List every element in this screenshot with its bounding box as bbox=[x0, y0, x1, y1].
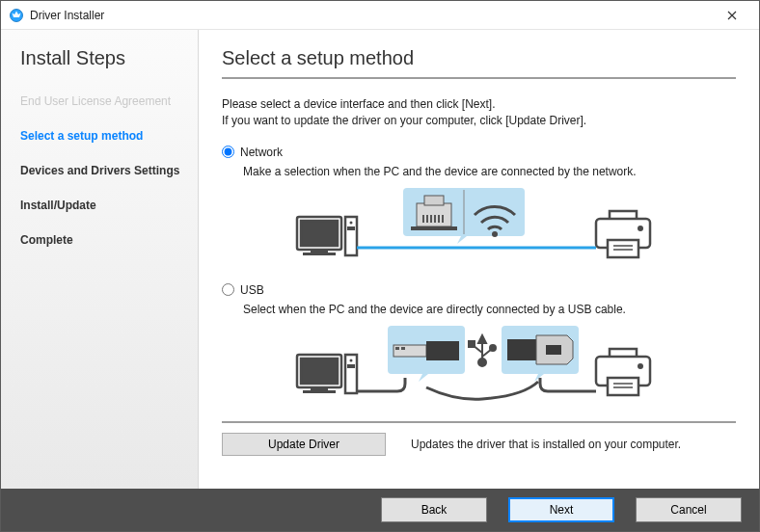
window-title: Driver Installer bbox=[30, 9, 713, 22]
svg-rect-28 bbox=[394, 345, 426, 357]
svg-rect-31 bbox=[401, 347, 405, 350]
option-network: Network Make a selection when the PC and… bbox=[222, 146, 736, 272]
step-select-setup: Select a setup method bbox=[20, 129, 198, 143]
svg-rect-29 bbox=[426, 341, 459, 360]
instructions: Please select a device interface and the… bbox=[222, 96, 736, 130]
svg-rect-8 bbox=[434, 215, 436, 223]
svg-point-48 bbox=[638, 363, 643, 369]
svg-rect-39 bbox=[546, 345, 561, 355]
back-button[interactable]: Back bbox=[381, 497, 487, 522]
step-eula: End User License Agreement bbox=[20, 94, 198, 108]
footer: Back Next Cancel bbox=[1, 489, 759, 531]
radio-usb[interactable] bbox=[222, 283, 234, 296]
svg-point-37 bbox=[490, 345, 496, 351]
svg-rect-19 bbox=[347, 226, 355, 230]
svg-point-45 bbox=[350, 359, 353, 361]
step-install-update: Install/Update bbox=[20, 199, 198, 212]
titlebar: Driver Installer bbox=[1, 1, 759, 30]
step-list: End User License Agreement Select a setu… bbox=[20, 94, 198, 247]
update-row: Update Driver Updates the driver that is… bbox=[222, 421, 736, 456]
radio-network[interactable] bbox=[222, 146, 234, 158]
step-complete: Complete bbox=[20, 233, 198, 247]
svg-rect-43 bbox=[303, 390, 336, 393]
svg-rect-10 bbox=[442, 215, 444, 223]
close-button[interactable] bbox=[713, 1, 751, 29]
svg-rect-4 bbox=[424, 196, 444, 205]
radio-network-label[interactable]: Network bbox=[240, 146, 283, 159]
instruction-line-2: If you want to update the driver on your… bbox=[222, 113, 736, 129]
svg-rect-38 bbox=[507, 339, 536, 360]
option-usb: USB Select when the PC and the device ar… bbox=[222, 283, 736, 410]
svg-rect-11 bbox=[411, 226, 457, 230]
svg-rect-5 bbox=[422, 215, 424, 223]
body: Install Steps End User License Agreement… bbox=[1, 30, 759, 489]
network-illustration bbox=[243, 186, 736, 272]
svg-rect-41 bbox=[301, 359, 338, 384]
usb-description: Select when the PC and the device are di… bbox=[243, 303, 736, 316]
svg-rect-46 bbox=[347, 364, 355, 368]
svg-rect-15 bbox=[311, 250, 328, 253]
svg-rect-6 bbox=[426, 215, 428, 223]
svg-rect-23 bbox=[608, 240, 638, 257]
instruction-line-1: Please select a device interface and the… bbox=[222, 96, 736, 113]
network-description: Make a selection when the PC and the dev… bbox=[243, 165, 736, 178]
svg-rect-35 bbox=[469, 341, 475, 347]
svg-rect-49 bbox=[608, 378, 638, 395]
sidebar-heading: Install Steps bbox=[20, 47, 198, 69]
next-button[interactable]: Next bbox=[508, 497, 614, 522]
step-devices-drivers: Devices and Drivers Settings bbox=[20, 164, 198, 177]
app-icon bbox=[9, 8, 24, 23]
page-title: Select a setup method bbox=[222, 47, 736, 69]
svg-point-22 bbox=[638, 226, 643, 231]
update-note: Updates the driver that is installed on … bbox=[411, 438, 681, 451]
svg-rect-14 bbox=[301, 221, 338, 246]
radio-usb-label[interactable]: USB bbox=[240, 283, 264, 297]
heading-divider bbox=[222, 77, 736, 79]
svg-point-12 bbox=[492, 231, 498, 237]
svg-rect-7 bbox=[430, 215, 432, 223]
svg-point-18 bbox=[350, 221, 353, 224]
cancel-button[interactable]: Cancel bbox=[636, 497, 742, 522]
window: Driver Installer Install Steps End User … bbox=[0, 0, 760, 532]
update-driver-button[interactable]: Update Driver bbox=[222, 433, 386, 456]
usb-illustration bbox=[243, 324, 736, 410]
svg-rect-9 bbox=[438, 215, 440, 223]
main-panel: Select a setup method Please select a de… bbox=[199, 30, 759, 489]
svg-rect-16 bbox=[303, 253, 336, 255]
svg-rect-30 bbox=[395, 347, 399, 350]
sidebar: Install Steps End User License Agreement… bbox=[1, 30, 199, 489]
svg-rect-42 bbox=[311, 387, 328, 390]
